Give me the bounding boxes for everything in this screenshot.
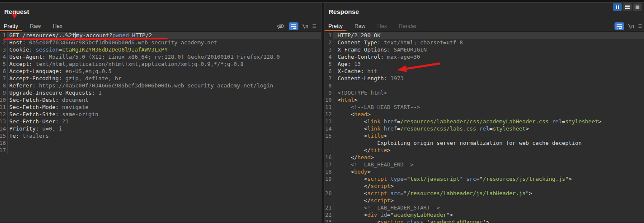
newline-toggle-icon[interactable]: \n <box>628 22 634 30</box>
code-line[interactable]: 5Accept: text/html,application/xhtml+xml… <box>0 60 321 68</box>
code-line[interactable]: 14Priority: u=0, i <box>0 125 321 132</box>
line-number: 16 <box>325 154 333 161</box>
tab-raw[interactable]: Raw <box>354 21 365 31</box>
single-pane-button[interactable] <box>633 3 642 11</box>
code-text: <!DOCTYPE html> <box>333 89 644 96</box>
code-text: <!--LAB_HEAD_START--> <box>333 103 644 111</box>
burp-message-editor: Request PrettyRawHex <box>0 0 644 223</box>
code-line[interactable]: 14 <link href=/resources/css/labs.css re… <box>325 125 644 132</box>
code-text: Accept: text/html,application/xhtml+xml,… <box>8 60 321 68</box>
word-wrap-icon[interactable] <box>614 22 624 30</box>
code-line[interactable]: Exploiting origin server normalization f… <box>325 139 644 147</box>
code-line[interactable]: 2Host: 0a5c00f7034666c985bcf3db006b00d6.… <box>0 39 321 46</box>
line-number: 10 <box>325 96 333 103</box>
request-panel: Request PrettyRawHex <box>0 3 321 223</box>
request-editor[interactable]: 1GET /resources/..%2fmy-account?pwned HT… <box>0 32 321 223</box>
code-line[interactable]: 21 <!--LAB_HEADER_START--> <box>325 204 644 211</box>
tab-hex[interactable]: Hex <box>53 21 62 31</box>
word-wrap-icon[interactable] <box>289 22 298 30</box>
code-line[interactable]: 2Content-Type: text/html; charset=utf-8 <box>325 39 644 46</box>
code-text <box>8 147 321 154</box>
code-line[interactable]: 7Content-Length: 3973 <box>325 75 644 82</box>
horizontal-rows-icon <box>625 5 630 10</box>
editor-menu-icon[interactable]: ≡ <box>312 22 316 30</box>
code-line[interactable]: 15Te: trailers <box>0 132 321 139</box>
code-text: </head> <box>333 154 644 161</box>
split-rows-button[interactable] <box>623 3 632 11</box>
response-title: Response <box>329 8 359 15</box>
response-editor[interactable]: 1HTTP/2 200 OK2Content-Type: text/html; … <box>325 32 644 223</box>
code-line[interactable]: 18 <body> <box>325 168 644 175</box>
tab-raw[interactable]: Raw <box>30 21 41 31</box>
line-number: 7 <box>0 75 8 82</box>
tab-pretty[interactable]: Pretty <box>328 21 343 31</box>
code-line[interactable]: 19 <script type="text/javascript" src="/… <box>325 175 644 182</box>
code-line[interactable]: 12Sec-Fetch-Site: same-origin <box>0 111 321 118</box>
pause-icon <box>616 5 619 9</box>
code-text: <script type="text/javascript" src="/res… <box>333 175 644 182</box>
code-text <box>8 139 321 147</box>
code-line[interactable]: 9Upgrade-Insecure-Requests: 1 <box>0 89 321 96</box>
request-tabs: PrettyRawHex <box>0 21 74 31</box>
code-line[interactable]: 5Age: 13 <box>325 60 644 68</box>
code-line[interactable]: 17 <box>0 147 321 154</box>
response-tabs: PrettyRawHexRender <box>325 21 429 31</box>
line-number: 2 <box>325 39 333 46</box>
newline-toggle-icon[interactable]: \n <box>302 22 308 30</box>
line-number: 5 <box>325 60 333 68</box>
code-line[interactable]: 3Cookie: session=ctaRgIKZYM36dDZDeO8l9Ia… <box>0 46 321 53</box>
panel-divider[interactable] <box>321 3 325 223</box>
code-line[interactable]: 16 </head> <box>325 154 644 161</box>
code-line[interactable]: </title> <box>325 147 644 154</box>
code-line[interactable]: 6Accept-Language: en-US,en;q=0.5 <box>0 68 321 75</box>
code-line[interactable]: 10Sec-Fetch-Dest: document <box>0 96 321 103</box>
code-line[interactable]: 11 <!--LAB_HEAD_START--> <box>325 103 644 111</box>
eye-off-icon[interactable] <box>276 22 285 30</box>
tab-render[interactable]: Render <box>399 21 417 31</box>
line-number: 6 <box>325 68 333 75</box>
line-number: 4 <box>325 53 333 60</box>
tab-pretty[interactable]: Pretty <box>4 21 18 31</box>
code-line[interactable]: 15 <title> <box>325 132 644 139</box>
code-line[interactable]: 3X-Frame-Options: SAMEORIGIN <box>325 46 644 53</box>
response-panel: Response PrettyRawHexRender \n ≡ <box>325 3 644 223</box>
code-line[interactable]: 1HTTP/2 200 OK <box>325 32 644 39</box>
code-text: <!--LAB_HEADER_START--> <box>333 204 644 211</box>
code-line[interactable]: 9<!DOCTYPE html> <box>325 89 644 96</box>
line-number: 19 <box>325 175 333 182</box>
code-line[interactable]: 4User-Agent: Mozilla/5.0 (X11; Linux x86… <box>0 53 321 60</box>
code-line[interactable]: 7Accept-Encoding: gzip, deflate, br <box>0 75 321 82</box>
tab-hex[interactable]: Hex <box>377 21 387 31</box>
code-line[interactable]: 12 <head> <box>325 111 644 118</box>
pause-button[interactable] <box>613 3 622 11</box>
code-line[interactable]: 8 <box>325 82 644 89</box>
code-text <box>333 82 644 89</box>
code-text: <script src="/resources/labheader/js/lab… <box>333 190 644 197</box>
line-number: 1 <box>0 32 8 39</box>
code-line[interactable]: </script> <box>325 197 644 204</box>
code-line[interactable]: 13Sec-Fetch-User: ?1 <box>0 118 321 125</box>
code-line[interactable]: 6X-Cache: hit <box>325 68 644 75</box>
line-number: 17 <box>325 161 333 168</box>
code-line[interactable]: 16 <box>0 139 321 147</box>
code-line[interactable]: 10<html> <box>325 96 644 103</box>
code-text: Cookie: session=ctaRgIKZYM36dDZDeO8l9Iaf… <box>8 46 321 53</box>
code-line[interactable]: 17 <!--LAB_HEAD_END--> <box>325 161 644 168</box>
code-line[interactable]: 20 <script src="/resources/labheader/js/… <box>325 190 644 197</box>
code-line[interactable]: 23 <section class='academyLabBanner'> <box>325 218 644 223</box>
code-line[interactable]: 11Sec-Fetch-Mode: navigate <box>0 103 321 111</box>
code-text: Exploiting origin server normalization f… <box>333 139 644 147</box>
code-text: <link href=/resources/css/labs.css rel=s… <box>333 125 644 132</box>
editor-menu-icon[interactable]: ≡ <box>638 22 642 30</box>
code-text: <link href=/resources/labheader/css/acad… <box>333 118 644 125</box>
code-text: Content-Type: text/html; charset=utf-8 <box>333 39 644 46</box>
line-number: 9 <box>325 89 333 96</box>
code-line[interactable]: 22 <div id="academyLabHeader"> <box>325 211 644 218</box>
code-text: Host: 0a5c00f7034666c985bcf3db006b00d6.w… <box>8 39 321 46</box>
response-tabs-row: PrettyRawHexRender \n ≡ <box>325 21 644 32</box>
code-line[interactable]: 8Referer: https://0a5c00f7034666c985bcf3… <box>0 82 321 89</box>
code-line[interactable]: 4Cache-Control: max-age=30 <box>325 53 644 60</box>
code-line[interactable]: 13 <link href=/resources/labheader/css/a… <box>325 118 644 125</box>
code-text: </script> <box>333 197 644 204</box>
code-line[interactable]: </script> <box>325 182 644 190</box>
